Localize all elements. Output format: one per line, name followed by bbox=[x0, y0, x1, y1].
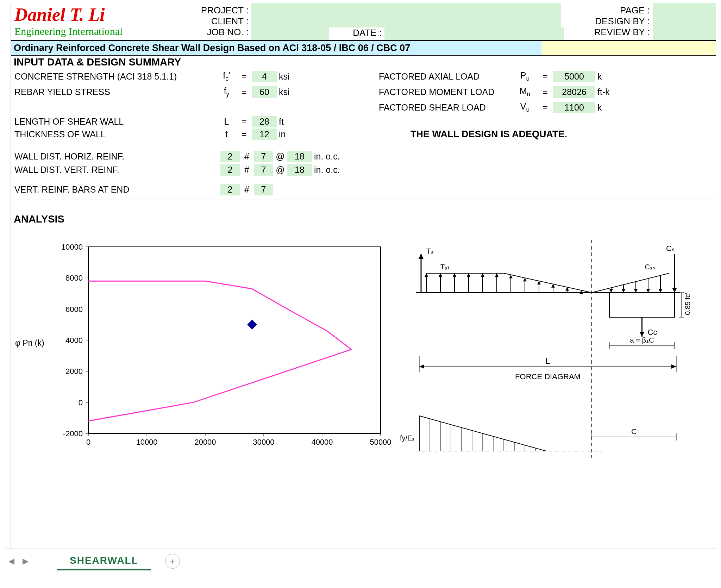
hreinf-oc: in. o.c. bbox=[312, 151, 354, 162]
adequate-message: THE WALL DESIGN IS ADEQUATE. bbox=[379, 129, 616, 140]
row-vu: FACTORED SHEAR LOAD Vu = 1100 k bbox=[11, 100, 716, 115]
sheet-tab-shearwall[interactable]: SHEARWALL bbox=[57, 552, 151, 570]
pu-label: FACTORED AXIAL LOAD bbox=[379, 71, 513, 82]
row-t: THICKNESS OF WALL t = 12 in THE WALL DES… bbox=[11, 128, 716, 140]
reviewby-value[interactable] bbox=[653, 27, 716, 40]
hreinf-spc[interactable]: 18 bbox=[287, 151, 312, 162]
page-value[interactable] bbox=[653, 3, 716, 15]
section-analysis-title: ANALYSIS bbox=[11, 213, 716, 226]
fc-value[interactable]: 4 bbox=[252, 71, 277, 82]
force-diagram: TₛTₛ₁CₛCₛₙCc0.85 fc'a = β₁CLFORCE DIAGRA… bbox=[391, 240, 709, 458]
hreinf-label: WALL DIST. HORIZ. REINF. bbox=[14, 151, 220, 162]
page-title: Ordinary Reinforced Concrete Shear Wall … bbox=[11, 41, 541, 56]
jobno-label: JOB NO. : bbox=[176, 27, 249, 38]
eq: = bbox=[537, 71, 553, 82]
chart-svg: -200002000400060008000100000100002000030… bbox=[21, 240, 391, 458]
endreinf-bar[interactable]: 7 bbox=[254, 184, 273, 195]
fc-unit: ksi bbox=[277, 71, 308, 82]
svg-text:0: 0 bbox=[86, 438, 90, 446]
svg-text:10000: 10000 bbox=[61, 243, 83, 251]
t-value[interactable]: 12 bbox=[252, 129, 277, 140]
vu-symbol: Vu bbox=[513, 101, 537, 113]
svg-text:Cc: Cc bbox=[648, 328, 657, 337]
t-label: THICKNESS OF WALL bbox=[14, 129, 217, 139]
mu-value[interactable]: 28026 bbox=[553, 86, 595, 98]
at-icon: @ bbox=[273, 151, 287, 162]
eq: = bbox=[236, 71, 252, 82]
svg-text:8000: 8000 bbox=[65, 274, 83, 282]
sheet-scroll-right-icon[interactable]: ▶ bbox=[18, 554, 32, 568]
vreinf-n[interactable]: 2 bbox=[220, 164, 240, 176]
reviewby-label: REVIEW BY : bbox=[567, 27, 650, 38]
t-symbol: t bbox=[217, 129, 236, 139]
chart-ylabel: φ Pn (k) bbox=[15, 338, 44, 348]
hreinf-n[interactable]: 2 bbox=[220, 151, 240, 162]
svg-text:-2000: -2000 bbox=[63, 429, 83, 438]
eq: = bbox=[236, 117, 252, 127]
row-endreinf: VERT. REINF. BARS AT END 2 # 7 bbox=[11, 183, 716, 196]
hash-icon: # bbox=[240, 165, 254, 175]
worksheet: Daniel T. Li Engineering International P… bbox=[11, 3, 716, 549]
svg-text:a  =  β₁C: a = β₁C bbox=[630, 336, 654, 344]
svg-rect-54 bbox=[609, 293, 675, 317]
date-value[interactable] bbox=[384, 27, 564, 40]
t-unit: in bbox=[277, 129, 308, 139]
vreinf-bar[interactable]: 7 bbox=[254, 164, 273, 176]
sheet-scroll-left-icon[interactable]: ◀ bbox=[4, 554, 18, 568]
hdr-labels-left: PROJECT : CLIENT : JOB NO. : bbox=[173, 3, 251, 40]
row-L: LENGTH OF SHEAR WALL L = 28 ft bbox=[11, 115, 716, 128]
pu-unit: k bbox=[595, 71, 616, 82]
svg-text:fy/Eₛ: fy/Eₛ bbox=[400, 434, 414, 442]
svg-text:20000: 20000 bbox=[194, 438, 216, 446]
vreinf-label: WALL DIST. VERT. REINF. bbox=[14, 165, 220, 175]
svg-text:Cₛ: Cₛ bbox=[666, 244, 675, 253]
project-label: PROJECT : bbox=[176, 5, 249, 16]
svg-text:2000: 2000 bbox=[65, 367, 83, 376]
vu-value[interactable]: 1100 bbox=[553, 102, 595, 113]
L-value[interactable]: 28 bbox=[252, 116, 277, 127]
svg-text:6000: 6000 bbox=[65, 305, 83, 314]
fy-unit: ksi bbox=[277, 87, 308, 97]
fy-value[interactable]: 60 bbox=[252, 86, 277, 98]
add-sheet-button[interactable]: ＋ bbox=[165, 554, 180, 569]
project-client-value[interactable] bbox=[251, 3, 561, 27]
row-vreinf: WALL DIST. VERT. REINF. 2 # 7 @ 18 in. o… bbox=[11, 163, 716, 176]
designby-value[interactable] bbox=[653, 15, 716, 27]
eq: = bbox=[236, 129, 252, 139]
page-label: PAGE : bbox=[567, 5, 650, 16]
hdr-labels-right: PAGE : DESIGN BY : REVIEW BY : bbox=[564, 3, 653, 40]
jobno-value[interactable] bbox=[251, 27, 329, 40]
eq: = bbox=[236, 87, 252, 97]
svg-text:Cₛₙ: Cₛₙ bbox=[645, 263, 655, 271]
fc-symbol: fc' bbox=[217, 70, 236, 82]
svg-line-47 bbox=[592, 273, 669, 293]
interaction-chart: φ Pn (k) -200002000400060008000100000100… bbox=[21, 240, 391, 458]
designby-label: DESIGN BY : bbox=[567, 16, 650, 27]
hreinf-bar[interactable]: 7 bbox=[254, 151, 273, 162]
row-hreinf: WALL DIST. HORIZ. REINF. 2 # 7 @ 18 in. … bbox=[11, 150, 716, 163]
section-input-title: INPUT DATA & DESIGN SUMMARY bbox=[11, 56, 716, 69]
svg-text:0.85 fc': 0.85 fc' bbox=[684, 293, 691, 315]
row-fy: REBAR YIELD STRESS fy = 60 ksi FACTORED … bbox=[11, 84, 716, 100]
svg-text:4000: 4000 bbox=[65, 336, 83, 345]
svg-text:L: L bbox=[545, 356, 550, 365]
diagram-svg: TₛTₛ₁CₛCₛₙCc0.85 fc'a = β₁CLFORCE DIAGRA… bbox=[398, 240, 708, 458]
L-symbol: L bbox=[217, 117, 236, 127]
vu-unit: k bbox=[595, 102, 616, 113]
endreinf-n[interactable]: 2 bbox=[220, 184, 240, 195]
vreinf-spc[interactable]: 18 bbox=[287, 164, 312, 176]
title-row: Ordinary Reinforced Concrete Shear Wall … bbox=[11, 41, 716, 56]
mu-unit: ft-k bbox=[595, 87, 616, 97]
header: Daniel T. Li Engineering International P… bbox=[11, 3, 716, 41]
logo-name: Daniel T. Li bbox=[14, 6, 167, 24]
endreinf-label: VERT. REINF. BARS AT END bbox=[14, 184, 220, 195]
svg-rect-0 bbox=[88, 247, 381, 433]
pu-value[interactable]: 5000 bbox=[553, 71, 595, 82]
svg-line-41 bbox=[504, 273, 592, 293]
logo-subtitle: Engineering International bbox=[14, 25, 167, 37]
vu-label: FACTORED SHEAR LOAD bbox=[379, 102, 513, 113]
logo: Daniel T. Li Engineering International bbox=[11, 3, 173, 40]
eq: = bbox=[537, 102, 553, 113]
svg-text:FORCE  DIAGRAM: FORCE DIAGRAM bbox=[515, 372, 581, 381]
svg-text:Tₛ₁: Tₛ₁ bbox=[440, 263, 450, 271]
